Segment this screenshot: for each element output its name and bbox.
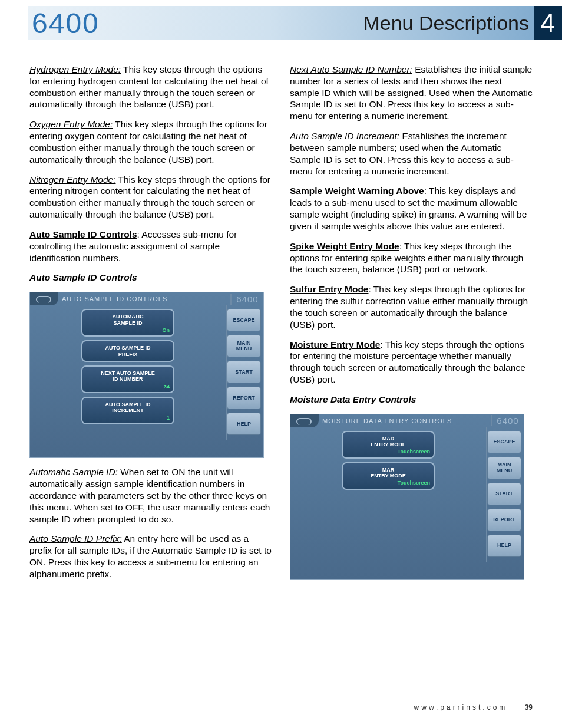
page-number: 39 xyxy=(525,703,533,711)
main-menu-button[interactable]: MAIN MENU xyxy=(487,457,521,479)
logo-icon xyxy=(30,292,58,305)
report-button[interactable]: REPORT xyxy=(227,387,261,409)
hydrogen-entry-mode-para: Hydrogen Entry Mode: This key steps thro… xyxy=(29,64,272,110)
automatic-sample-id-button[interactable]: AUTOMATIC SAMPLE ID On xyxy=(81,309,174,337)
moisture-data-entry-controls-screen: MOISTURE DATA ENTRY CONTROLS 6400 MAD EN… xyxy=(290,414,524,580)
auto-sample-id-increment-button[interactable]: AUTO SAMPLE ID INCREMENT 1 xyxy=(81,397,174,424)
auto-sample-id-increment-para: Auto Sample ID Increment: Establishes th… xyxy=(290,130,533,177)
escape-button[interactable]: ESCAPE xyxy=(227,309,261,331)
auto-sample-id-prefix-button[interactable]: AUTO SAMPLE ID PREFIX xyxy=(81,340,174,362)
screen1-caption: Auto Sample ID Controls xyxy=(29,272,272,284)
logo-icon xyxy=(290,414,319,427)
screen2-caption: Moisture Data Entry Controls xyxy=(290,394,533,406)
auto-sample-id-prefix-para: Auto Sample ID Prefix: An entry here wil… xyxy=(29,533,272,579)
footer-url: www.parrinst.com xyxy=(414,703,508,711)
screen2-model: 6400 xyxy=(491,415,524,426)
next-auto-sample-id-number-para: Next Auto Sample ID Number: Establishes … xyxy=(290,64,533,122)
start-button[interactable]: START xyxy=(487,483,521,505)
sample-weight-warning-para: Sample Weight Warning Above: This key di… xyxy=(290,185,533,232)
moisture-entry-mode-para: Moisture Entry Mode: This key steps thro… xyxy=(290,339,533,386)
sulfur-entry-mode-para: Sulfur Entry Mode: This key steps throug… xyxy=(290,284,533,330)
oxygen-entry-mode-para: Oxygen Entry Mode: This key steps throug… xyxy=(29,118,272,165)
screen1-model: 6400 xyxy=(230,294,263,305)
escape-button[interactable]: ESCAPE xyxy=(487,431,521,453)
help-button[interactable]: HELP xyxy=(227,413,261,435)
auto-sample-id-controls-intro: Auto Sample ID Controls: Accesses sub-me… xyxy=(29,229,272,263)
screen1-title: AUTO SAMPLE ID CONTROLS xyxy=(62,295,230,303)
menu-descriptions-title: Menu Descriptions xyxy=(363,12,534,35)
nitrogen-entry-mode-para: Nitrogen Entry Mode: This key steps thro… xyxy=(29,174,272,220)
next-auto-sample-id-number-button[interactable]: NEXT AUTO SAMPLE ID NUMBER 34 xyxy=(81,365,174,393)
report-button[interactable]: REPORT xyxy=(487,509,521,531)
automatic-sample-id-para: Automatic Sample ID: When set to ON the … xyxy=(29,466,272,525)
mad-entry-mode-button[interactable]: MAD ENTRY MODE Touchscreen xyxy=(342,431,435,459)
help-button[interactable]: HELP xyxy=(487,535,521,557)
chapter-number-box: 4 xyxy=(534,6,562,40)
spike-weight-entry-mode-para: Spike Weight Entry Mode: This key steps … xyxy=(290,241,533,275)
mar-entry-mode-button[interactable]: MAR ENTRY MODE Touchscreen xyxy=(342,462,435,490)
page-footer: www.parrinst.com 39 xyxy=(0,703,533,711)
model-number: 6400 xyxy=(28,7,100,39)
auto-sample-id-controls-screen: AUTO SAMPLE ID CONTROLS 6400 AUTOMATIC S… xyxy=(29,292,264,458)
page-header: 6400 Menu Descriptions 4 xyxy=(28,6,562,40)
main-menu-button[interactable]: MAIN MENU xyxy=(227,335,261,357)
start-button[interactable]: START xyxy=(227,361,261,383)
screen2-title: MOISTURE DATA ENTRY CONTROLS xyxy=(322,417,491,425)
